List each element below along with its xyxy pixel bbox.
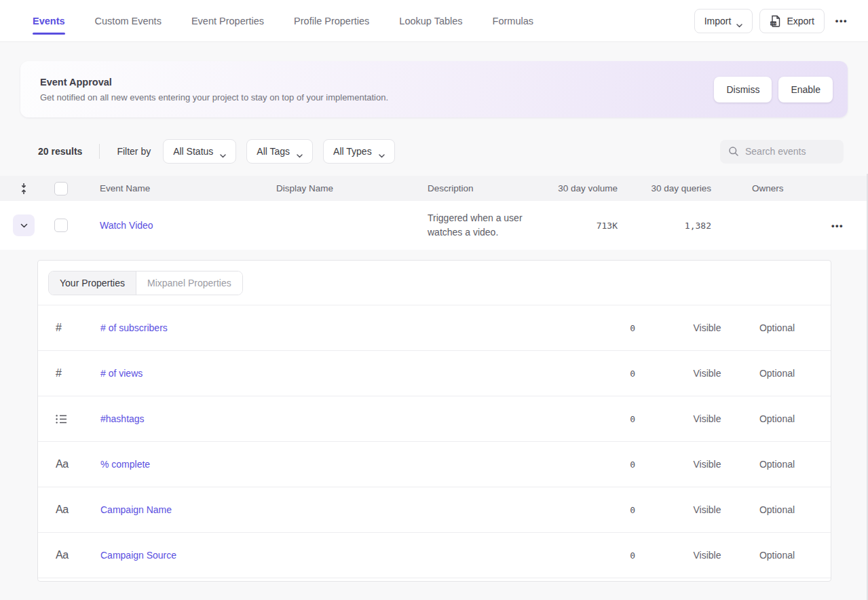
results-count: 20 results <box>38 146 82 157</box>
property-visibility[interactable]: Visible <box>673 413 741 424</box>
event-30-day-queries: 1,382 <box>624 221 711 231</box>
chevron-down-icon <box>20 223 28 228</box>
chevron-down-icon <box>220 149 226 153</box>
search-input[interactable] <box>745 146 835 157</box>
status-filter-label: All Status <box>173 146 213 157</box>
number-icon: # <box>38 367 81 379</box>
property-name-link[interactable]: #hashtags <box>81 413 567 424</box>
property-visibility[interactable]: Visible <box>673 459 741 470</box>
tab-events[interactable]: Events <box>33 0 65 41</box>
property-value: 0 <box>567 323 635 333</box>
property-name-link[interactable]: Campaign Source <box>81 550 567 561</box>
property-visibility[interactable]: Visible <box>673 368 741 379</box>
table-row: Watch Video Triggered when a user watche… <box>0 201 868 250</box>
top-navigation: Events Custom Events Event Properties Pr… <box>0 0 868 42</box>
nav-actions: Import csv Export ••• <box>694 0 852 41</box>
search-icon <box>728 146 739 157</box>
row-more-options-button[interactable]: ••• <box>827 221 848 231</box>
svg-text:csv: csv <box>771 22 777 25</box>
property-name-link[interactable]: # of views <box>81 368 567 379</box>
column-display-name: Display Name <box>271 183 421 193</box>
property-name-link[interactable]: Campaign Name <box>81 504 567 515</box>
properties-tabs: Your Properties Mixpanel Properties <box>38 261 831 305</box>
property-visibility[interactable]: Visible <box>673 550 741 561</box>
collapse-all-icon[interactable] <box>0 182 38 195</box>
property-requirement[interactable]: Optional <box>743 459 811 470</box>
number-icon: # <box>38 322 81 334</box>
filter-toolbar: 20 results Filter by All Status All Tags… <box>0 117 868 176</box>
tab-custom-events[interactable]: Custom Events <box>95 0 162 41</box>
property-row: Aa Campaign Name 0 Visible Optional <box>38 487 831 533</box>
event-description: Triggered when a user watches a video. <box>421 202 543 249</box>
select-all-checkbox[interactable] <box>54 182 68 195</box>
property-row: Aa Campaign Source 0 Visible Optional <box>38 533 831 578</box>
chevron-down-icon <box>297 149 303 153</box>
property-requirement[interactable]: Optional <box>743 368 811 379</box>
event-approval-banner: Event Approval Get notified on all new e… <box>20 61 848 117</box>
event-name-link[interactable]: Watch Video <box>81 220 153 231</box>
column-event-name: Event Name <box>81 183 271 193</box>
property-value: 0 <box>567 550 635 561</box>
property-name-link[interactable]: # of subscribers <box>81 322 567 333</box>
property-value: 0 <box>567 505 635 515</box>
status-filter-dropdown[interactable]: All Status <box>163 139 236 164</box>
divider <box>99 144 100 159</box>
enable-button[interactable]: Enable <box>778 77 833 102</box>
property-name-link[interactable]: % complete <box>81 459 567 470</box>
property-requirement[interactable]: Optional <box>743 504 811 515</box>
types-filter-dropdown[interactable]: All Types <box>323 139 395 164</box>
filter-by-label: Filter by <box>117 146 151 157</box>
tags-filter-label: All Tags <box>257 146 290 157</box>
tab-mixpanel-properties[interactable]: Mixpanel Properties <box>136 271 242 295</box>
chevron-down-icon <box>379 149 385 153</box>
property-row: # # of subscribers 0 Visible Optional <box>38 305 831 351</box>
types-filter-label: All Types <box>333 146 372 157</box>
banner-text: Event Approval Get notified on all new e… <box>30 77 388 102</box>
export-button[interactable]: csv Export <box>759 9 824 33</box>
property-row: Aa % complete 0 Visible Optional <box>38 442 831 487</box>
column-description: Description <box>421 183 543 193</box>
banner-title: Event Approval <box>40 77 388 88</box>
properties-card: Your Properties Mixpanel Properties # # … <box>37 260 831 582</box>
tab-your-properties[interactable]: Your Properties <box>49 271 136 295</box>
csv-file-icon: csv <box>770 15 781 27</box>
dismiss-button[interactable]: Dismiss <box>714 77 772 102</box>
property-visibility[interactable]: Visible <box>673 504 741 515</box>
property-row: # # of views 0 Visible Optional <box>38 351 831 396</box>
property-requirement[interactable]: Optional <box>743 413 811 424</box>
tab-event-properties[interactable]: Event Properties <box>191 0 264 41</box>
table-header: Event Name Display Name Description 30 d… <box>0 176 868 201</box>
list-icon <box>38 414 81 424</box>
property-requirement[interactable]: Optional <box>743 550 811 561</box>
property-row: #hashtags 0 Visible Optional <box>38 396 831 442</box>
tags-filter-dropdown[interactable]: All Tags <box>246 139 313 164</box>
import-button[interactable]: Import <box>694 9 753 33</box>
tab-formulas[interactable]: Formulas <box>493 0 533 41</box>
property-visibility[interactable]: Visible <box>673 322 741 333</box>
banner-section: Event Approval Get notified on all new e… <box>0 42 868 117</box>
text-icon: Aa <box>38 549 81 561</box>
more-options-button[interactable]: ••• <box>831 16 852 26</box>
expanded-properties-section: Your Properties Mixpanel Properties # # … <box>0 250 868 582</box>
tab-profile-properties[interactable]: Profile Properties <box>294 0 369 41</box>
collapse-row-button[interactable] <box>13 214 35 236</box>
search-box <box>720 140 844 164</box>
column-30-day-volume: 30 day volume <box>543 183 624 193</box>
property-requirement[interactable]: Optional <box>743 322 811 333</box>
property-value: 0 <box>567 369 635 379</box>
text-icon: Aa <box>38 458 81 470</box>
nav-tabs: Events Custom Events Event Properties Pr… <box>33 0 533 41</box>
chevron-down-icon <box>736 19 742 23</box>
import-button-label: Import <box>704 16 732 26</box>
property-value: 0 <box>567 460 635 470</box>
event-30-day-volume: 713K <box>543 221 624 231</box>
banner-actions: Dismiss Enable <box>714 77 833 102</box>
tab-lookup-tables[interactable]: Lookup Tables <box>399 0 462 41</box>
export-button-label: Export <box>787 16 814 26</box>
banner-description: Get notified on all new events entering … <box>40 92 388 102</box>
column-owners: Owners <box>711 183 808 193</box>
property-value: 0 <box>567 414 635 424</box>
text-icon: Aa <box>38 504 81 516</box>
column-30-day-queries: 30 day queries <box>624 183 711 193</box>
row-checkbox[interactable] <box>54 219 68 232</box>
